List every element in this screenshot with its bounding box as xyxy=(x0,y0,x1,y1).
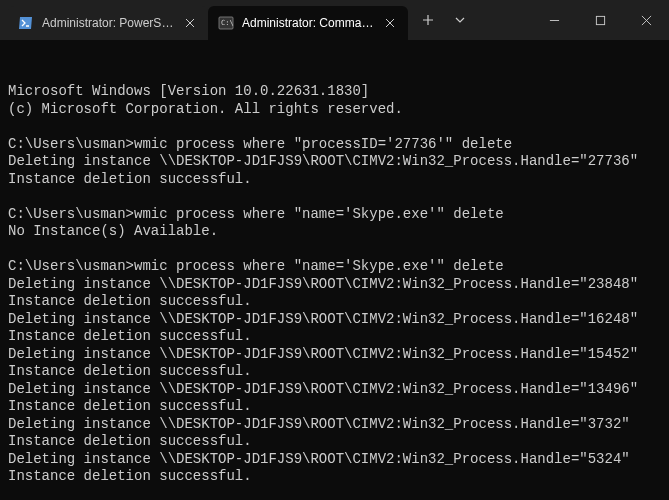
tab-label: Administrator: Command Pro xyxy=(242,16,374,30)
terminal-line: Deleting instance \\DESKTOP-JD1FJS9\ROOT… xyxy=(8,311,661,329)
terminal-line: Instance deletion successful. xyxy=(8,293,661,311)
tab-label: Administrator: PowerShell xyxy=(42,16,174,30)
terminal-line: Deleting instance \\DESKTOP-JD1FJS9\ROOT… xyxy=(8,381,661,399)
window-controls xyxy=(531,0,669,40)
tab-cmd[interactable]: C:\ Administrator: Command Pro xyxy=(208,6,408,40)
terminal-line: Instance deletion successful. xyxy=(8,171,661,189)
terminal-line: Microsoft Windows [Version 10.0.22631.18… xyxy=(8,83,661,101)
new-tab-button[interactable] xyxy=(414,6,442,34)
terminal-lines: Microsoft Windows [Version 10.0.22631.18… xyxy=(8,83,661,500)
terminal-output[interactable]: Microsoft Windows [Version 10.0.22631.18… xyxy=(0,40,669,500)
terminal-line: Instance deletion successful. xyxy=(8,468,661,486)
tab-dropdown-button[interactable] xyxy=(446,6,474,34)
terminal-line: Instance deletion successful. xyxy=(8,328,661,346)
terminal-line: Instance deletion successful. xyxy=(8,363,661,381)
terminal-line: Instance deletion successful. xyxy=(8,398,661,416)
terminal-line xyxy=(8,241,661,259)
svg-text:C:\: C:\ xyxy=(221,19,234,27)
tab-powershell[interactable]: Administrator: PowerShell xyxy=(8,6,208,40)
svg-rect-2 xyxy=(596,16,604,24)
terminal-line xyxy=(8,486,661,501)
terminal-line: Deleting instance \\DESKTOP-JD1FJS9\ROOT… xyxy=(8,346,661,364)
close-button[interactable] xyxy=(623,0,669,40)
terminal-line: No Instance(s) Available. xyxy=(8,223,661,241)
terminal-line: Deleting instance \\DESKTOP-JD1FJS9\ROOT… xyxy=(8,416,661,434)
tab-strip: Administrator: PowerShell C:\ Administra… xyxy=(0,0,408,40)
terminal-line xyxy=(8,188,661,206)
terminal-line: C:\Users\usman>wmic process where "name=… xyxy=(8,206,661,224)
titlebar: Administrator: PowerShell C:\ Administra… xyxy=(0,0,669,40)
terminal-line: C:\Users\usman>wmic process where "proce… xyxy=(8,136,661,154)
terminal-line xyxy=(8,118,661,136)
terminal-line: (c) Microsoft Corporation. All rights re… xyxy=(8,101,661,119)
close-icon[interactable] xyxy=(182,15,198,31)
minimize-button[interactable] xyxy=(531,0,577,40)
terminal-line: Deleting instance \\DESKTOP-JD1FJS9\ROOT… xyxy=(8,153,661,171)
newtab-area xyxy=(408,0,474,40)
terminal-line: Deleting instance \\DESKTOP-JD1FJS9\ROOT… xyxy=(8,451,661,469)
powershell-icon xyxy=(18,15,34,31)
close-icon[interactable] xyxy=(382,15,398,31)
cmd-icon: C:\ xyxy=(218,15,234,31)
terminal-line: Deleting instance \\DESKTOP-JD1FJS9\ROOT… xyxy=(8,276,661,294)
maximize-button[interactable] xyxy=(577,0,623,40)
terminal-line: Instance deletion successful. xyxy=(8,433,661,451)
terminal-line: C:\Users\usman>wmic process where "name=… xyxy=(8,258,661,276)
